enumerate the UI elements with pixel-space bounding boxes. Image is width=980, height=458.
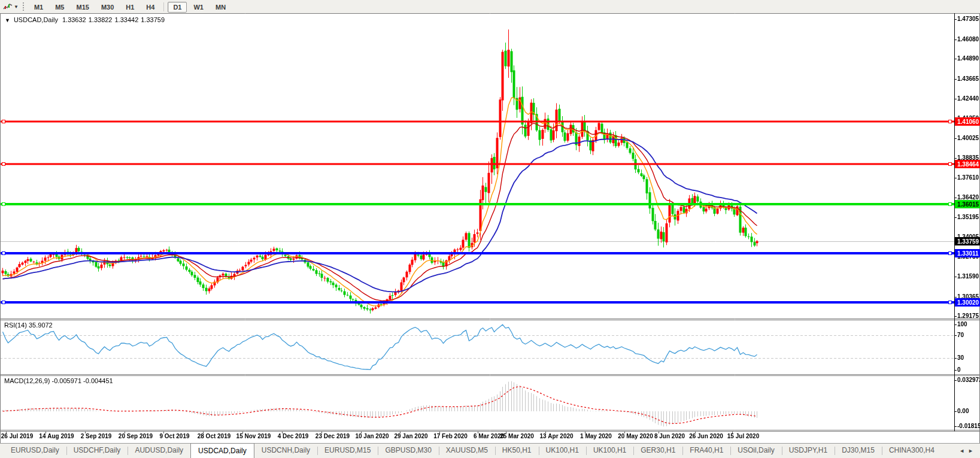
tab-dj30-m15[interactable]: DJ30,M15 [835, 444, 882, 458]
chart-canvas[interactable] [0, 13, 980, 443]
tab-eurusd-daily[interactable]: EURUSD,Daily [4, 444, 66, 458]
timeframe-buttons: M1M5M15M30H1H4D1W1MN [28, 1, 232, 13]
tab-usdjpy-h1[interactable]: USDJPY,H1 [782, 444, 835, 458]
toolbar-grip [23, 2, 24, 11]
tab-hk50-h1[interactable]: HK50,H1 [495, 444, 539, 458]
tab-uk100-h1[interactable]: UK100,H1 [586, 444, 633, 458]
tab-xauusd-m5[interactable]: XAUUSD,M5 [439, 444, 495, 458]
tab-gbpusd-m30[interactable]: GBPUSD,M30 [378, 444, 438, 458]
tab-usdcnh-daily[interactable]: USDCNH,Daily [254, 444, 317, 458]
tab-eurusd-m15[interactable]: EURUSD,M15 [317, 444, 378, 458]
tab-uk100-h1[interactable]: UK100,H1 [539, 444, 586, 458]
tab-usdchf-daily[interactable]: USDCHF,Daily [66, 444, 128, 458]
tab-fra40-h1[interactable]: FRA40,H1 [682, 444, 730, 458]
timeframe-button-m5[interactable]: M5 [50, 2, 69, 13]
timeframe-toolbar: ▼ M1M5M15M30H1H4D1W1MN [0, 0, 980, 13]
tab-scroll-right-icon[interactable]: ► [968, 448, 973, 454]
timeframe-button-mn[interactable]: MN [210, 2, 231, 13]
tab-audusd-daily[interactable]: AUDUSD,Daily [128, 444, 190, 458]
tab-usoil-daily[interactable]: USOil,Daily [730, 444, 781, 458]
tab-china300-h4[interactable]: CHINA300,H4 [882, 444, 942, 458]
toolbar-divider [163, 2, 164, 11]
tab-scroll-left-icon[interactable]: ◄ [959, 448, 964, 454]
timeframe-button-m30[interactable]: M30 [96, 2, 119, 13]
timeframe-button-w1[interactable]: W1 [188, 2, 209, 13]
tab-scroll-controls: ◄ ► [952, 444, 980, 458]
chart-cursor-icon[interactable] [2, 2, 13, 11]
chart-area: ▼USDCAD,Daily 1.336321.338221.334421.337… [0, 13, 980, 443]
timeframe-button-m1[interactable]: M1 [29, 2, 48, 13]
mt4-window: ▼ M1M5M15M30H1H4D1W1MN ▼USDCAD,Daily 1.3… [0, 0, 980, 458]
timeframe-button-h1[interactable]: H1 [120, 2, 139, 13]
chart-tabs: EURUSD,DailyUSDCHF,DailyAUDUSD,DailyUSDC… [4, 444, 942, 458]
timeframe-button-m15[interactable]: M15 [71, 2, 94, 13]
timeframe-button-h4[interactable]: H4 [141, 2, 160, 13]
tab-usdcad-daily[interactable]: USDCAD,Daily [190, 443, 254, 458]
chart-tab-bar: EURUSD,DailyUSDCHF,DailyAUDUSD,DailyUSDC… [0, 443, 980, 458]
timeframe-button-d1[interactable]: D1 [168, 2, 187, 13]
chevron-down-icon[interactable]: ▼ [14, 4, 19, 10]
tab-ger30-h1[interactable]: GER30,H1 [633, 444, 682, 458]
